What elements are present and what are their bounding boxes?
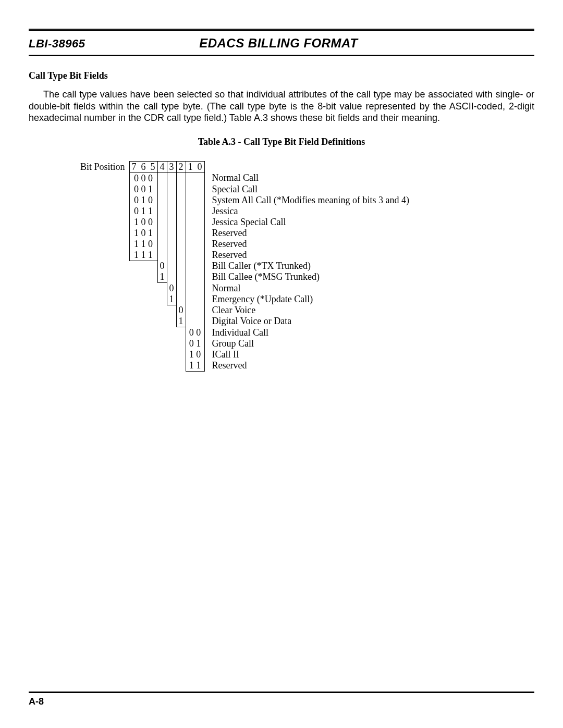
row-label: Emergency (*Update Call) xyxy=(204,294,409,305)
row-bits: 1 0 1 xyxy=(129,228,157,239)
row-bits: 1 0 0 xyxy=(129,217,157,228)
row-bits: 1 xyxy=(157,272,167,283)
row-label: System All Call (*Modifies meaning of bi… xyxy=(204,195,409,206)
row-label: Normal xyxy=(204,283,409,294)
row-bits: 1 1 xyxy=(186,360,204,372)
row-label: ICall II xyxy=(204,349,409,360)
bit-table: Bit Position 7 6 5 4 3 2 1 0 0 0 0 Norma… xyxy=(78,161,534,372)
page-number: A-8 xyxy=(29,696,534,707)
bit-position-label: Bit Position xyxy=(78,161,129,172)
row-label: Clear Voice xyxy=(204,305,409,316)
row-label: Jessica xyxy=(204,206,409,217)
bit-header-2: 2 xyxy=(176,161,186,172)
row-label: Reserved xyxy=(204,250,409,261)
row-bits: 0 xyxy=(176,305,186,316)
row-label: Digital Voice or Data xyxy=(204,316,409,327)
top-rule xyxy=(29,29,534,31)
row-label: Reserved xyxy=(204,360,409,372)
row-label: Reserved xyxy=(204,239,409,250)
page-header: LBI-38965 EDACS BILLING FORMAT xyxy=(29,34,534,56)
bit-header-765: 7 6 5 xyxy=(129,161,157,172)
row-label: Jessica Special Call xyxy=(204,217,409,228)
row-label: Bill Caller (*TX Trunked) xyxy=(204,261,409,272)
row-bits: 1 1 1 xyxy=(129,250,157,261)
row-label: Individual Call xyxy=(204,327,409,338)
row-label: Group Call xyxy=(204,338,409,349)
row-label: Reserved xyxy=(204,228,409,239)
row-bits: 0 1 xyxy=(186,338,204,349)
row-bits: 1 0 xyxy=(186,349,204,360)
row-label: Bill Callee (*MSG Trunked) xyxy=(204,272,409,283)
table-caption: Table A.3 - Call Type Bit Field Definiti… xyxy=(29,137,534,147)
row-bits: 0 1 1 xyxy=(129,206,157,217)
bit-header-10: 1 0 xyxy=(186,161,204,172)
row-bits: 0 0 1 xyxy=(129,184,157,195)
doc-title: EDACS BILLING FORMAT xyxy=(22,36,534,51)
section-heading: Call Type Bit Fields xyxy=(29,70,534,81)
section-paragraph: The call type values have been selected … xyxy=(29,89,534,124)
row-bits: 0 xyxy=(167,283,176,294)
bit-header-4: 4 xyxy=(157,161,167,172)
row-bits: 0 0 0 xyxy=(129,172,157,184)
row-label: Special Call xyxy=(204,184,409,195)
row-label: Normal Call xyxy=(204,172,409,184)
row-bits: 1 1 0 xyxy=(129,239,157,250)
row-bits: 0 xyxy=(157,261,167,272)
bit-header-3: 3 xyxy=(167,161,176,172)
page-footer: A-8 xyxy=(29,692,534,707)
paragraph-text: The call type values have been selected … xyxy=(29,89,534,123)
row-bits: 0 0 xyxy=(186,327,204,338)
row-bits: 0 1 0 xyxy=(129,195,157,206)
row-bits: 1 xyxy=(167,294,176,305)
row-bits: 1 xyxy=(176,316,186,327)
